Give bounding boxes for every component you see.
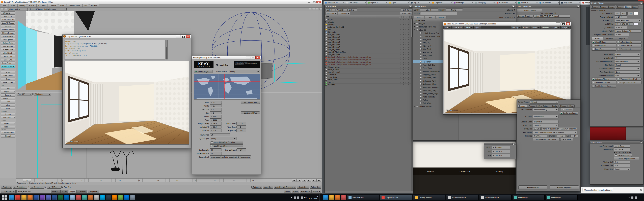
sidebar-button[interactable]: Dynamic Obj (1, 97, 16, 100)
item-visibility-dots[interactable] (400, 37, 410, 37)
item-visibility-dots[interactable] (400, 49, 410, 50)
scene-item-row[interactable]: SUN center (325, 31, 411, 33)
general-flag-checkbox[interactable]: Autoscan Plugins (591, 78, 616, 81)
shift-camera-field[interactable]: 0.0 (614, 164, 630, 167)
cache-irradiance-checkbox[interactable]: Cache Irradiance (559, 112, 578, 115)
taskbar-app-icon[interactable] (58, 195, 63, 200)
go-last-frame-button[interactable] (316, 179, 321, 182)
browser-tab[interactable]: légifotó a... (366, 0, 389, 4)
light-subtab[interactable]: Objects (616, 37, 628, 40)
close-button[interactable] (566, 22, 570, 25)
camera-setting-field[interactable]: Lightwave (533, 120, 558, 123)
maximize-button[interactable] (561, 22, 565, 25)
taskbar-app-icon[interactable] (22, 195, 26, 200)
sidebar-button[interactable]: Related (1, 125, 16, 129)
render-globals-tab[interactable]: Lights (624, 5, 631, 8)
scene-item-row[interactable]: C:\-- Work --\Polgar Istvan - Lakas\lw\O… (325, 63, 411, 66)
scene-item-row[interactable]: Platon_Turdo (325, 79, 411, 81)
gi-mode-select[interactable]: Independent (533, 115, 558, 118)
scene-item-row[interactable]: lakas_05:Layer2 (325, 36, 411, 38)
taskbar-app-icon[interactable] (28, 195, 32, 200)
scene-scrollbar[interactable] (411, 18, 413, 191)
sky-value-field2[interactable]: 1 (236, 125, 246, 129)
maximize-button[interactable] (181, 35, 185, 38)
taskbar-app-button[interactable]: Modeler™ NewTe... (446, 195, 478, 200)
minimize-button[interactable] (556, 22, 560, 25)
kray-tab[interactable]: General (518, 104, 527, 108)
taskbar-app-icon[interactable] (323, 195, 328, 200)
viewer-menu-button[interactable]: Display (511, 26, 522, 29)
item-visibility-dots[interactable] (400, 84, 410, 85)
image-viewer-titlebar[interactable]: lakas_02.lws Fr:0000 Lyr:5 (750 x 500 12… (443, 22, 571, 26)
taskbar-clock[interactable]: 17:04 2014.05.06. (308, 195, 318, 200)
scene-item-row[interactable]: lakas_05:Layer5 (325, 53, 411, 56)
log-scrollbar[interactable] (166, 40, 168, 59)
sky-action-button[interactable]: Get Current Date (241, 111, 260, 114)
edit-toolbar-button[interactable]: Undo (284, 190, 291, 193)
edit-toolbar-button[interactable]: Preview (300, 190, 310, 193)
file-format-select[interactable]: JPG Joint Photographic experts Group (533, 131, 577, 134)
sidebar-button[interactable]: Add (1, 84, 16, 87)
taskbar-app-button[interactable]: Számológép (546, 195, 578, 200)
sidebar-button[interactable]: Rename (1, 113, 16, 116)
edit-by-select[interactable]: Object (420, 8, 438, 11)
scene-item-row[interactable]: Plafonspot (325, 23, 411, 26)
item-visibility-dots[interactable] (400, 52, 410, 53)
download-shelf-close-icon[interactable] (640, 189, 642, 191)
sidebar-button[interactable]: Mirror (1, 104, 16, 107)
scene-toolbar-button[interactable]: Visibility (336, 8, 347, 11)
taskbar-app-icon[interactable] (70, 195, 75, 200)
ambient-r-field[interactable]: 255 (614, 12, 620, 15)
scene-item-row[interactable]: lakas_05:Layer4 (325, 41, 411, 43)
tab-close-icon[interactable] (536, 2, 538, 3)
item-visibility-dots[interactable] (400, 57, 410, 58)
shift-camera-field[interactable]: 0.0 (614, 161, 630, 164)
item-visibility-dots[interactable] (400, 72, 410, 73)
close-icon[interactable] (640, 141, 642, 144)
ambient-g-field[interactable]: 255 (621, 12, 626, 15)
scene-toolbar-button[interactable]: Colors (348, 8, 357, 11)
general-flag-checkbox[interactable]: Enable Image Caching (591, 85, 616, 88)
move-tool-icon[interactable] (309, 8, 311, 10)
expand-arrow-icon[interactable] (414, 26, 416, 28)
taskbar-app-icon[interactable] (341, 195, 346, 200)
expand-arrow-icon[interactable] (414, 106, 416, 108)
scene-item-row[interactable]: Spot (325, 28, 411, 31)
scene-toolbar-button[interactable]: Select (326, 8, 335, 11)
scene-item-row[interactable]: Panorama (325, 84, 411, 86)
current-item-dropdown[interactable]: Current Item (1, 190, 16, 193)
language-indicator[interactable]: HU (304, 197, 307, 199)
key-toolbar-button[interactable]: Auto Key (263, 186, 273, 189)
menu-item[interactable]: I/O (82, 4, 89, 7)
column-cell-icon[interactable] (407, 16, 409, 18)
limit-dr-button[interactable]: Limit DR Before Tonemap (533, 138, 560, 141)
taskbar-app-button[interactable]: Kraytracing.com - ... (380, 195, 412, 200)
column-cell-icon[interactable] (404, 16, 406, 18)
light-intensity-field[interactable]: 3.5 % (614, 26, 627, 29)
scene-item-row[interactable]: Platon_Gardrob (325, 68, 411, 71)
view-type-select[interactable]: Camera View (8, 8, 28, 11)
tray-icon[interactable] (635, 197, 637, 199)
render-sequence-button[interactable]: Render Sequence (550, 186, 579, 190)
menu-item[interactable]: Utilities (89, 4, 99, 7)
shift-camera-field[interactable]: 1.1905 (614, 148, 630, 151)
world-map[interactable] (194, 74, 260, 99)
tab-close-icon[interactable] (515, 2, 516, 3)
sky-titlebar[interactable]: Kray Physical Sky (Build 1097 LSC) (192, 56, 261, 59)
scene-toolbar-button[interactable]: Scale Keys (400, 12, 412, 15)
tonemap-select[interactable]: Gamma (533, 134, 547, 137)
viewport-layout-icon[interactable] (1, 8, 4, 10)
current-object-dropdown[interactable]: Current Object (517, 14, 533, 17)
tab-close-icon[interactable] (472, 2, 474, 3)
item-visibility-dots[interactable] (400, 29, 410, 30)
sidebar-button[interactable]: FPrime Render (1, 31, 16, 35)
general-option-field[interactable]: Never (614, 70, 640, 73)
general-option-field[interactable]: Unlimited Undo (614, 60, 640, 63)
sidebar-button[interactable]: Surface Editor (1, 41, 16, 45)
tab-close-icon[interactable] (407, 2, 409, 3)
sidebar-button[interactable]: Clear All (1, 135, 16, 138)
taskbar-app-icon[interactable] (130, 195, 135, 200)
sky-value-field[interactable]: 0.5 (210, 148, 222, 151)
sky-value-field[interactable]: 0 (210, 108, 222, 111)
sidebar-button[interactable]: Null (1, 87, 16, 90)
